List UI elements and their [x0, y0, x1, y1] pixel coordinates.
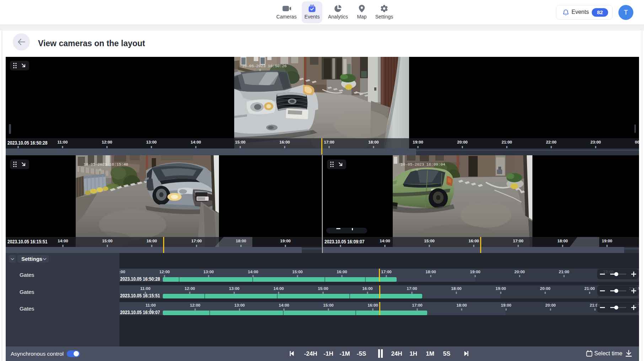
- svg-text:0: 0: [259, 69, 261, 72]
- svg-text:0: 0: [99, 168, 101, 172]
- svg-text:10-05-2023 16:09:04: 10-05-2023 16:09:04: [401, 162, 445, 167]
- svg-text:0: 0: [416, 168, 418, 172]
- svg-text:10-05-2023 16:50:26: 10-05-2023 16:50:26: [242, 64, 287, 68]
- svg-text:10-05-2023 16:15:48: 10-05-2023 16:15:48: [84, 162, 128, 167]
